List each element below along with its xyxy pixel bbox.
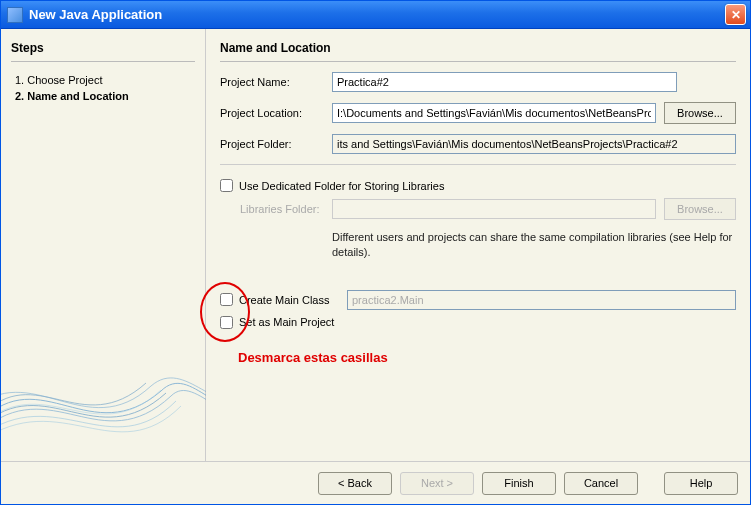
finish-button[interactable]: Finish (482, 472, 556, 495)
project-name-input[interactable] (332, 72, 677, 92)
window-title: New Java Application (29, 7, 725, 22)
steps-sidebar: Steps Choose Project Name and Location (1, 29, 206, 461)
set-main-project-label: Set as Main Project (239, 316, 334, 328)
project-location-row: Project Location: Browse... (220, 102, 736, 124)
steps-list: Choose Project Name and Location (11, 72, 195, 104)
set-main-project-checkbox[interactable] (220, 316, 233, 329)
next-button: Next > (400, 472, 474, 495)
dedicated-folder-row: Use Dedicated Folder for Storing Librari… (220, 179, 736, 192)
titlebar: New Java Application ✕ (1, 1, 750, 29)
content-area: Steps Choose Project Name and Location N… (1, 29, 750, 461)
app-icon (7, 7, 23, 23)
back-button[interactable]: < Back (318, 472, 392, 495)
panel-heading: Name and Location (220, 41, 736, 62)
annotation-text: Desmarca estas casillas (238, 350, 388, 365)
create-main-class-label: Create Main Class (239, 294, 339, 306)
button-bar: < Back Next > Finish Cancel Help (1, 461, 750, 504)
close-icon[interactable]: ✕ (725, 4, 746, 25)
separator (220, 164, 736, 165)
step-item: Choose Project (15, 72, 195, 88)
create-main-class-checkbox[interactable] (220, 293, 233, 306)
project-folder-row: Project Folder: (220, 134, 736, 154)
dedicated-folder-checkbox[interactable] (220, 179, 233, 192)
decorative-waves (1, 341, 206, 461)
main-panel: Name and Location Project Name: Project … (206, 29, 750, 461)
step-item: Name and Location (15, 88, 195, 104)
project-folder-input (332, 134, 736, 154)
create-main-class-row: Create Main Class (220, 290, 736, 310)
libraries-hint: Different users and projects can share t… (332, 230, 736, 260)
help-button[interactable]: Help (664, 472, 738, 495)
steps-heading: Steps (11, 41, 195, 62)
project-name-row: Project Name: (220, 72, 736, 92)
browse-location-button[interactable]: Browse... (664, 102, 736, 124)
cancel-button[interactable]: Cancel (564, 472, 638, 495)
libraries-folder-row: Libraries Folder: Browse... (240, 198, 736, 220)
libraries-folder-input (332, 199, 656, 219)
project-location-input[interactable] (332, 103, 656, 123)
main-class-input (347, 290, 736, 310)
project-folder-label: Project Folder: (220, 138, 332, 150)
set-main-project-row: Set as Main Project (220, 316, 736, 329)
dedicated-folder-label: Use Dedicated Folder for Storing Librari… (239, 180, 444, 192)
browse-libraries-button: Browse... (664, 198, 736, 220)
project-location-label: Project Location: (220, 107, 332, 119)
project-name-label: Project Name: (220, 76, 332, 88)
libraries-folder-label: Libraries Folder: (240, 203, 332, 215)
